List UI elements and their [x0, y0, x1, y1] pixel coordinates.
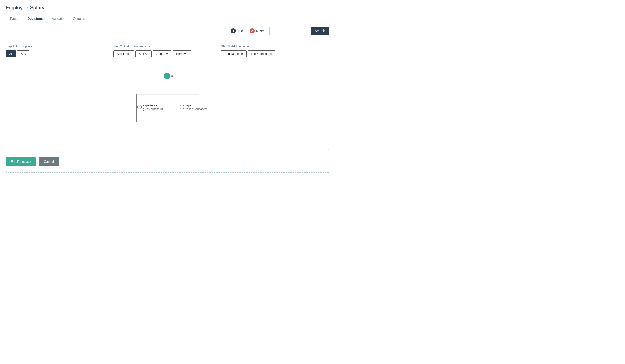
- search-button[interactable]: Search: [311, 27, 329, 35]
- svg-text:experience: experience: [143, 104, 158, 107]
- add-icon: +: [231, 28, 236, 33]
- search-input[interactable]: [269, 27, 311, 35]
- top-divider: [5, 38, 329, 38]
- step3-block: Step 3: Add outcome Add Outcome Edit Con…: [221, 45, 329, 57]
- tab-decisions[interactable]: Decisions: [23, 14, 47, 23]
- reset-button[interactable]: ✕ Reset: [248, 27, 267, 34]
- step2-buttons: Add Facts Add All Add Any Remove: [113, 50, 216, 57]
- search-container: Search: [269, 27, 329, 35]
- root-node: [164, 73, 170, 79]
- step1-buttons: All Any: [5, 50, 108, 57]
- cancel-button[interactable]: Cancel: [38, 157, 59, 166]
- add-any-button[interactable]: Add Any: [153, 50, 171, 57]
- add-facts-button[interactable]: Add Facts: [113, 50, 134, 57]
- tab-facts[interactable]: Facts: [5, 14, 23, 23]
- svg-text:equal: Permanent: equal: Permanent: [185, 107, 207, 111]
- svg-point-7: [180, 105, 184, 109]
- edit-conditions-button[interactable]: Edit Conditions: [248, 50, 275, 57]
- toolbar: + Add ✕ Reset Search: [5, 23, 329, 38]
- reset-label: Reset: [256, 29, 265, 33]
- add-all-button[interactable]: Add All: [135, 50, 152, 57]
- bottom-divider: [5, 172, 329, 173]
- bottom-buttons: Edit Rulecase Cancel: [5, 155, 329, 169]
- any-button[interactable]: Any: [17, 50, 29, 57]
- svg-text:all: all: [171, 74, 174, 78]
- step2-label: Step 2: Add / Remove facts: [113, 45, 216, 48]
- svg-text:type: type: [185, 104, 191, 107]
- tab-generate[interactable]: Generate: [68, 14, 91, 23]
- add-outcome-button[interactable]: Add Outcome: [221, 50, 247, 57]
- step1-block: Step 1: Add Toplevel All Any: [5, 45, 113, 57]
- edit-rulecase-button[interactable]: Edit Rulecase: [5, 157, 36, 166]
- graph-area[interactable]: all experience greaterThan: 10 type equa…: [5, 62, 329, 150]
- remove-button[interactable]: Remove: [173, 50, 191, 57]
- tabs-bar: Facts Decisions Validate Generate: [5, 14, 329, 23]
- tab-validate[interactable]: Validate: [47, 14, 68, 23]
- steps-row: Step 1: Add Toplevel All Any Step 2: Add…: [5, 42, 329, 62]
- reset-icon: ✕: [250, 28, 255, 33]
- all-button[interactable]: All: [5, 50, 16, 57]
- page-container: Employee-Salary Facts Decisions Validate…: [0, 0, 334, 177]
- step2-block: Step 2: Add / Remove facts Add Facts Add…: [113, 45, 221, 57]
- svg-point-4: [137, 105, 142, 109]
- graph-svg: all experience greaterThan: 10 type equa…: [6, 62, 329, 150]
- step3-buttons: Add Outcome Edit Conditions: [221, 50, 323, 57]
- step1-label: Step 1: Add Toplevel: [5, 45, 108, 48]
- step3-label: Step 3: Add outcome: [221, 45, 323, 48]
- add-label: Add: [237, 29, 243, 33]
- add-button[interactable]: + Add: [229, 27, 245, 34]
- app-title: Employee-Salary: [5, 5, 329, 11]
- svg-text:greaterThan: 10: greaterThan: 10: [143, 107, 163, 111]
